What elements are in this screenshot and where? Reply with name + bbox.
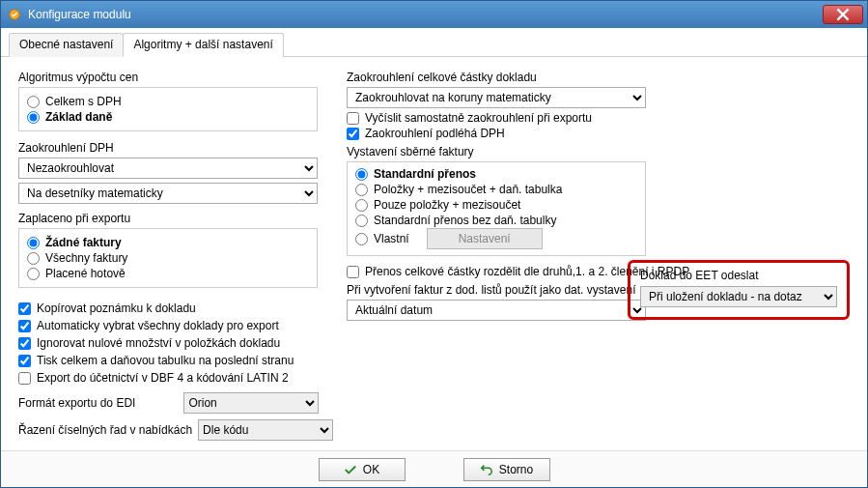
window-title: Konfigurace modulu: [28, 8, 823, 21]
undo-icon: [480, 463, 493, 476]
chk-ignore-zero[interactable]: [18, 337, 31, 350]
collect-radio-std-label: Standardní přenos: [374, 167, 476, 181]
sort-select[interactable]: Dle kódu: [198, 419, 333, 441]
collect-radio-std-notax-label: Standardní přenos bez daň. tabulky: [374, 214, 556, 227]
collect-label: Vystavení sběrné faktury: [347, 145, 850, 158]
paid-radio-cash[interactable]: [27, 268, 40, 280]
alg-radio-base[interactable]: [27, 111, 40, 124]
chk-print-last[interactable]: [18, 355, 31, 367]
collect-radio-std-notax[interactable]: [355, 215, 368, 227]
collect-radio-std[interactable]: [355, 168, 368, 181]
left-checks: Kopírovat poznámku k dokladu Automaticky…: [18, 300, 318, 387]
left-column: Algoritmus výpočtu cen Celkem s DPH Zákl…: [18, 67, 318, 441]
chk-split[interactable]: [347, 266, 359, 278]
chk-copy-note-label: Kopírovat poznámku k dokladu: [37, 301, 196, 315]
round-total-label: Zaokrouhlení celkové částky dokladu: [347, 71, 850, 84]
chk-copy-note[interactable]: [18, 302, 31, 315]
alg-panel: Celkem s DPH Základ daně: [18, 87, 318, 131]
tab-general[interactable]: Obecné nastavení: [9, 33, 124, 57]
dialog-window: Konfigurace modulu Obecné nastavení Algo…: [0, 0, 868, 488]
edi-select[interactable]: Orion: [183, 392, 319, 414]
app-icon: [7, 7, 22, 22]
sort-label: Řazení číselných řad v nabídkách: [18, 423, 192, 437]
chk-round-dph-label: Zaokrouhlení podléhá DPH: [365, 127, 505, 140]
collect-radio-items-tax-label: Položky + mezisoučet + daň. tabulka: [374, 183, 562, 196]
chk-print-last-label: Tisk celkem a daňovou tabulku na posledn…: [37, 354, 294, 367]
right-column: Zaokrouhlení celkové částky dokladu Zaok…: [347, 67, 850, 441]
round-dph-select-2[interactable]: Na desetníky matematicky: [18, 183, 318, 204]
content-area: Algoritmus výpočtu cen Celkem s DPH Zákl…: [1, 57, 867, 450]
storno-button-label: Storno: [499, 463, 533, 476]
chk-ignore-zero-label: Ignorovat nulové množství v položkách do…: [37, 336, 280, 350]
collect-radio-items-label: Pouze položky + mezisoučet: [374, 198, 520, 212]
chk-auto-select-label: Automaticky vybrat všechny doklady pro e…: [37, 319, 279, 332]
chk-export-dbf-label: Export do účetnictví v DBF 4 a kódování …: [37, 371, 289, 385]
paid-radio-all-label: Všechny faktury: [45, 251, 127, 265]
ok-button-label: OK: [363, 463, 379, 476]
eet-highlight-box: Doklad do EET odeslat Při uložení doklad…: [628, 260, 850, 320]
collect-panel: Standardní přenos Položky + mezisoučet +…: [347, 161, 646, 256]
chk-export-round-label: Vyčíslit samostatně zaokrouhlení při exp…: [365, 111, 592, 125]
alg-radio-dph-label: Celkem s DPH: [45, 95, 122, 108]
footer: OK Storno: [1, 450, 867, 487]
collect-radio-custom[interactable]: [355, 233, 368, 245]
eet-label: Doklad do EET odeslat: [640, 269, 837, 282]
tab-bar: Obecné nastavení Algoritmy + další nasta…: [1, 28, 867, 57]
paid-radio-all[interactable]: [27, 252, 40, 265]
check-icon: [344, 463, 357, 476]
paid-radio-none-label: Žádné faktury: [45, 236, 122, 249]
eet-select[interactable]: Při uložení dokladu - na dotaz: [640, 286, 837, 307]
round-dph-label: Zaokrouhlení DPH: [18, 141, 318, 155]
edi-label: Formát exportu do EDI: [18, 396, 135, 410]
paid-radio-cash-label: Placené hotově: [45, 267, 126, 280]
date-select[interactable]: Aktuální datum: [347, 300, 646, 321]
round-dph-select-1[interactable]: Nezaokrouhlovat: [18, 158, 318, 179]
chk-round-dph[interactable]: [347, 128, 359, 140]
collect-radio-items-tax[interactable]: [355, 184, 368, 196]
ok-button[interactable]: OK: [319, 458, 406, 481]
close-icon: [836, 8, 850, 21]
chk-auto-select[interactable]: [18, 320, 31, 332]
storno-button[interactable]: Storno: [463, 458, 550, 481]
paid-panel: Žádné faktury Všechny faktury Placené ho…: [18, 228, 318, 288]
settings-button: Nastavení: [427, 228, 543, 249]
chk-export-dbf[interactable]: [18, 372, 31, 385]
collect-radio-items[interactable]: [355, 199, 368, 212]
titlebar: Konfigurace modulu: [1, 1, 867, 28]
paid-label: Zaplaceno při exportu: [18, 212, 318, 225]
paid-radio-none[interactable]: [27, 237, 40, 249]
tab-algorithms[interactable]: Algoritmy + další nastavení: [123, 33, 283, 57]
alg-radio-dph[interactable]: [27, 96, 40, 108]
alg-label: Algoritmus výpočtu cen: [18, 71, 318, 84]
round-total-select[interactable]: Zaokrouhlovat na koruny matematicky: [347, 87, 646, 108]
alg-radio-base-label: Základ daně: [45, 110, 112, 124]
close-button[interactable]: [823, 5, 863, 24]
collect-radio-custom-label: Vlastní: [374, 232, 409, 245]
chk-export-round[interactable]: [347, 112, 359, 125]
